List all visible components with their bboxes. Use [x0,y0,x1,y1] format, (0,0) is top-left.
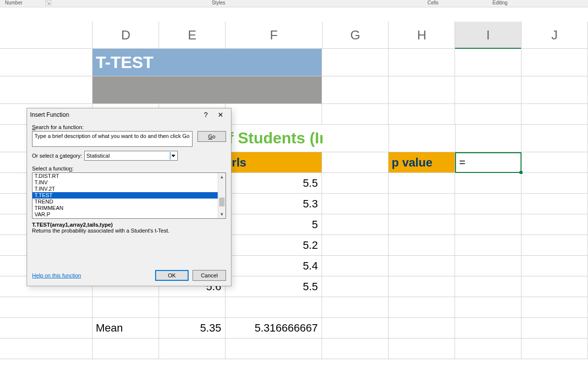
cell[interactable] [522,297,588,318]
cell[interactable] [389,49,455,76]
value-cell[interactable]: 5 [226,214,322,235]
scrollbar[interactable]: ▲ ▼ [218,173,226,218]
category-select[interactable]: Statistical [84,151,178,161]
close-icon[interactable]: ✕ [213,111,228,119]
cell[interactable] [389,297,455,318]
cell[interactable] [522,104,588,125]
cell[interactable] [322,49,389,76]
ttest-title[interactable]: T-TEST [93,49,159,76]
cell[interactable] [0,318,93,338]
cell[interactable] [322,173,389,194]
cell[interactable] [323,125,389,152]
cell[interactable] [455,338,522,359]
cell[interactable] [322,256,389,276]
col-header-H[interactable]: H [389,22,455,49]
cell[interactable] [322,318,389,338]
go-button[interactable]: Go [197,131,226,142]
value-cell[interactable]: 5.2 [226,235,322,256]
col-header-lead[interactable] [0,22,93,49]
search-input[interactable]: Type a brief description of what you wan… [32,131,193,147]
cell[interactable] [93,338,159,359]
mean-label[interactable]: Mean [93,318,159,338]
col-header-E[interactable]: E [159,22,226,49]
cell[interactable] [159,49,226,76]
cell[interactable] [455,235,522,256]
cell[interactable] [455,318,522,338]
value-cell[interactable]: 5.3 [226,194,322,214]
scroll-down-icon[interactable]: ▼ [218,210,226,218]
cell[interactable] [522,276,588,297]
cell[interactable] [522,338,588,359]
cell[interactable] [456,125,522,152]
mean-f[interactable]: 5.316666667 [226,318,322,338]
cell[interactable] [522,49,588,76]
ok-button[interactable]: OK [155,270,189,281]
col-header-D[interactable]: D [93,22,159,49]
cell[interactable] [389,125,456,152]
cell[interactable] [322,338,389,359]
cell[interactable] [455,104,522,125]
value-cell[interactable]: 5.4 [226,256,322,276]
cell[interactable] [0,297,93,318]
list-item[interactable]: TREND [33,199,226,205]
cell[interactable] [322,276,389,297]
cell[interactable] [322,235,389,256]
cell[interactable] [389,318,455,338]
cell[interactable] [159,297,226,318]
cell[interactable] [0,338,93,359]
cell[interactable] [455,49,522,76]
cell[interactable] [322,152,389,173]
list-item[interactable]: T.INV [33,179,226,186]
dialog-launcher-icon[interactable]: ↘ [45,0,51,5]
cell[interactable] [389,276,455,297]
scroll-track[interactable] [218,181,226,210]
pvalue-header[interactable]: p value [389,152,455,173]
cell[interactable] [522,214,588,235]
cell[interactable] [389,194,455,214]
dialog-titlebar[interactable]: Insert Function ? ✕ [27,108,231,121]
cell[interactable] [389,235,455,256]
cell[interactable] [93,76,159,104]
girls-header[interactable]: irls [226,152,322,173]
value-cell[interactable]: 5.5 [226,173,322,194]
cell[interactable] [226,297,322,318]
cell[interactable] [389,214,455,235]
help-icon[interactable]: ? [198,111,213,119]
cell[interactable] [389,104,455,125]
cell[interactable] [455,214,522,235]
cell[interactable] [455,76,522,104]
cell[interactable] [522,318,588,338]
cell[interactable] [322,214,389,235]
col-header-F[interactable]: F [226,22,322,49]
col-header-G[interactable]: G [323,22,389,49]
cell[interactable] [455,256,522,276]
cell[interactable] [226,338,322,359]
col-header-J[interactable]: J [522,22,588,49]
cell[interactable] [322,76,389,104]
cell[interactable] [226,76,322,104]
cancel-button[interactable]: Cancel [193,270,226,281]
cell[interactable] [0,76,93,104]
students-title[interactable]: f Students (In) [225,125,323,152]
cell[interactable] [522,173,588,194]
cell[interactable] [455,173,522,194]
function-list[interactable]: T.DIST.RT T.INV T.INV.2T T.TEST TREND TR… [32,172,226,219]
list-item[interactable]: T.INV.2T [33,186,226,192]
help-link[interactable]: Help on this function [32,272,151,278]
cell[interactable] [522,125,588,152]
scroll-up-icon[interactable]: ▲ [218,173,226,181]
scroll-thumb[interactable] [219,198,225,206]
value-cell[interactable]: 5.5 [226,276,322,297]
active-cell[interactable]: = [455,152,522,173]
cell[interactable] [522,194,588,214]
cell[interactable] [159,76,226,104]
cell[interactable] [389,256,455,276]
cell[interactable] [389,173,455,194]
mean-e[interactable]: 5.35 [159,318,226,338]
cell[interactable] [455,194,522,214]
cell[interactable] [0,49,93,76]
cell[interactable] [93,297,159,318]
cell[interactable] [455,297,522,318]
cell[interactable] [159,338,226,359]
cell[interactable] [389,338,455,359]
